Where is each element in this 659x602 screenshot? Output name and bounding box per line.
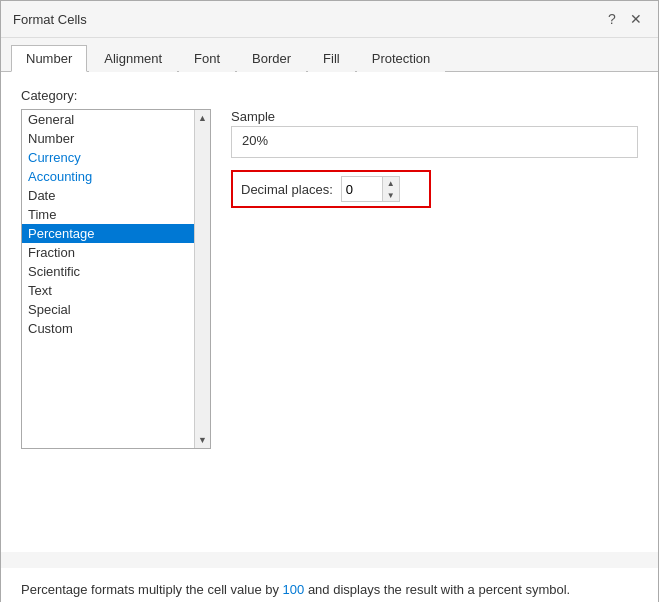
tab-protection[interactable]: Protection [357, 45, 446, 72]
right-panel: Sample 20% Decimal places: ▲ ▼ [231, 109, 638, 449]
spin-up-button[interactable]: ▲ [383, 177, 399, 189]
title-controls: ? ✕ [602, 9, 646, 29]
list-item-time[interactable]: Time [22, 205, 210, 224]
list-item-scientific[interactable]: Scientific [22, 262, 210, 281]
category-list[interactable]: General Number Currency Accounting Date … [21, 109, 211, 449]
dialog-title: Format Cells [13, 12, 87, 27]
tab-alignment[interactable]: Alignment [89, 45, 177, 72]
sample-section: Sample 20% [231, 109, 638, 158]
list-item-number[interactable]: Number [22, 129, 210, 148]
sample-value: 20% [242, 133, 268, 148]
main-row: General Number Currency Accounting Date … [21, 109, 638, 449]
tab-font[interactable]: Font [179, 45, 235, 72]
list-item-percentage[interactable]: Percentage [22, 224, 210, 243]
list-item-currency[interactable]: Currency [22, 148, 210, 167]
description-highlight: 100 [283, 582, 305, 597]
list-item-date[interactable]: Date [22, 186, 210, 205]
format-cells-dialog: Format Cells ? ✕ Number Alignment Font B… [0, 0, 659, 602]
close-button[interactable]: ✕ [626, 9, 646, 29]
decimal-input[interactable] [342, 180, 382, 199]
list-scrollbar[interactable]: ▲ ▼ [194, 110, 210, 448]
list-item-general[interactable]: General [22, 110, 210, 129]
scroll-track [196, 126, 210, 432]
description-section: Percentage formats multiply the cell val… [1, 568, 658, 602]
help-button[interactable]: ? [602, 9, 622, 29]
description-text-before: Percentage formats multiply the cell val… [21, 582, 283, 597]
tab-border[interactable]: Border [237, 45, 306, 72]
list-item-special[interactable]: Special [22, 300, 210, 319]
spin-buttons: ▲ ▼ [382, 177, 399, 201]
scroll-up-btn[interactable]: ▲ [195, 110, 211, 126]
list-item-custom[interactable]: Custom [22, 319, 210, 338]
list-item-text[interactable]: Text [22, 281, 210, 300]
tab-number[interactable]: Number [11, 45, 87, 72]
decimal-input-wrap: ▲ ▼ [341, 176, 400, 202]
list-item-accounting[interactable]: Accounting [22, 167, 210, 186]
scroll-down-btn[interactable]: ▼ [195, 432, 211, 448]
list-item-fraction[interactable]: Fraction [22, 243, 210, 262]
tab-fill[interactable]: Fill [308, 45, 355, 72]
spin-down-button[interactable]: ▼ [383, 189, 399, 201]
tab-bar: Number Alignment Font Border Fill Protec… [1, 38, 658, 72]
sample-box: 20% [231, 126, 638, 158]
description-text-after: and displays the result with a percent s… [304, 582, 570, 597]
tab-content: Category: General Number Currency Accoun… [1, 72, 658, 552]
title-bar: Format Cells ? ✕ [1, 1, 658, 38]
sample-label: Sample [231, 109, 638, 124]
category-panel: General Number Currency Accounting Date … [21, 109, 211, 449]
category-label: Category: [21, 88, 638, 103]
decimal-label: Decimal places: [241, 182, 333, 197]
decimal-row: Decimal places: ▲ ▼ [231, 170, 431, 208]
